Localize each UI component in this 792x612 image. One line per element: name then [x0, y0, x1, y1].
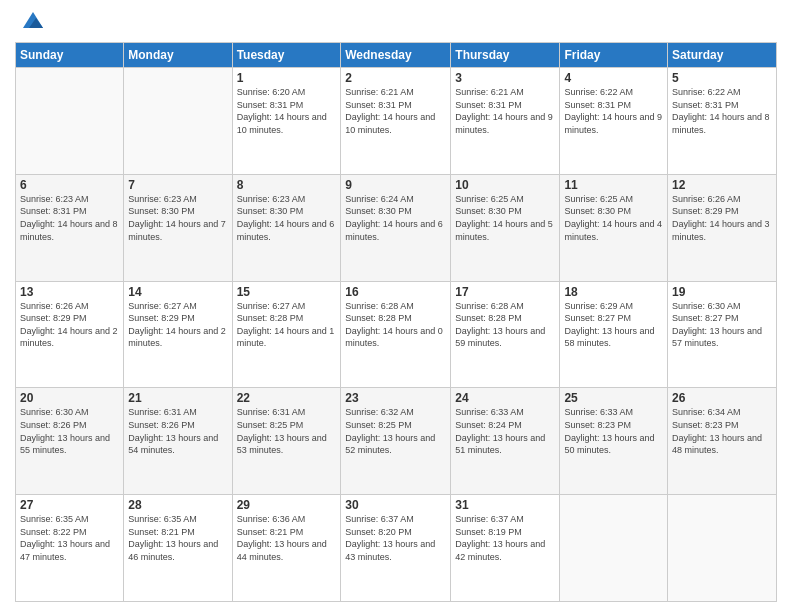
- calendar-week-3: 20Sunrise: 6:30 AM Sunset: 8:26 PM Dayli…: [16, 388, 777, 495]
- day-number: 28: [128, 498, 227, 512]
- day-info: Sunrise: 6:22 AM Sunset: 8:31 PM Dayligh…: [672, 86, 772, 136]
- calendar-cell: 28Sunrise: 6:35 AM Sunset: 8:21 PM Dayli…: [124, 495, 232, 602]
- calendar-cell: [16, 68, 124, 175]
- day-number: 18: [564, 285, 663, 299]
- day-number: 8: [237, 178, 337, 192]
- weekday-header-tuesday: Tuesday: [232, 43, 341, 68]
- day-number: 5: [672, 71, 772, 85]
- day-number: 27: [20, 498, 119, 512]
- day-info: Sunrise: 6:20 AM Sunset: 8:31 PM Dayligh…: [237, 86, 337, 136]
- day-info: Sunrise: 6:27 AM Sunset: 8:29 PM Dayligh…: [128, 300, 227, 350]
- day-number: 10: [455, 178, 555, 192]
- day-number: 13: [20, 285, 119, 299]
- day-number: 30: [345, 498, 446, 512]
- day-info: Sunrise: 6:25 AM Sunset: 8:30 PM Dayligh…: [564, 193, 663, 243]
- calendar-cell: 30Sunrise: 6:37 AM Sunset: 8:20 PM Dayli…: [341, 495, 451, 602]
- day-number: 7: [128, 178, 227, 192]
- day-number: 2: [345, 71, 446, 85]
- day-number: 31: [455, 498, 555, 512]
- day-info: Sunrise: 6:37 AM Sunset: 8:19 PM Dayligh…: [455, 513, 555, 563]
- day-number: 29: [237, 498, 337, 512]
- day-info: Sunrise: 6:35 AM Sunset: 8:22 PM Dayligh…: [20, 513, 119, 563]
- calendar-cell: 12Sunrise: 6:26 AM Sunset: 8:29 PM Dayli…: [668, 174, 777, 281]
- header: [15, 10, 777, 34]
- calendar-cell: 2Sunrise: 6:21 AM Sunset: 8:31 PM Daylig…: [341, 68, 451, 175]
- logo: [15, 10, 47, 34]
- day-info: Sunrise: 6:23 AM Sunset: 8:30 PM Dayligh…: [237, 193, 337, 243]
- calendar-cell: 21Sunrise: 6:31 AM Sunset: 8:26 PM Dayli…: [124, 388, 232, 495]
- weekday-header-monday: Monday: [124, 43, 232, 68]
- day-info: Sunrise: 6:21 AM Sunset: 8:31 PM Dayligh…: [455, 86, 555, 136]
- calendar-cell: 5Sunrise: 6:22 AM Sunset: 8:31 PM Daylig…: [668, 68, 777, 175]
- calendar-cell: 23Sunrise: 6:32 AM Sunset: 8:25 PM Dayli…: [341, 388, 451, 495]
- calendar-cell: 14Sunrise: 6:27 AM Sunset: 8:29 PM Dayli…: [124, 281, 232, 388]
- calendar-cell: 1Sunrise: 6:20 AM Sunset: 8:31 PM Daylig…: [232, 68, 341, 175]
- calendar-cell: 20Sunrise: 6:30 AM Sunset: 8:26 PM Dayli…: [16, 388, 124, 495]
- weekday-header-thursday: Thursday: [451, 43, 560, 68]
- day-number: 16: [345, 285, 446, 299]
- day-info: Sunrise: 6:27 AM Sunset: 8:28 PM Dayligh…: [237, 300, 337, 350]
- day-number: 20: [20, 391, 119, 405]
- day-info: Sunrise: 6:35 AM Sunset: 8:21 PM Dayligh…: [128, 513, 227, 563]
- day-info: Sunrise: 6:36 AM Sunset: 8:21 PM Dayligh…: [237, 513, 337, 563]
- calendar-cell: 26Sunrise: 6:34 AM Sunset: 8:23 PM Dayli…: [668, 388, 777, 495]
- calendar-cell: 7Sunrise: 6:23 AM Sunset: 8:30 PM Daylig…: [124, 174, 232, 281]
- calendar-cell: 29Sunrise: 6:36 AM Sunset: 8:21 PM Dayli…: [232, 495, 341, 602]
- day-info: Sunrise: 6:26 AM Sunset: 8:29 PM Dayligh…: [20, 300, 119, 350]
- day-info: Sunrise: 6:30 AM Sunset: 8:27 PM Dayligh…: [672, 300, 772, 350]
- logo-icon: [19, 6, 47, 34]
- calendar-cell: 9Sunrise: 6:24 AM Sunset: 8:30 PM Daylig…: [341, 174, 451, 281]
- calendar-cell: 15Sunrise: 6:27 AM Sunset: 8:28 PM Dayli…: [232, 281, 341, 388]
- calendar-cell: 11Sunrise: 6:25 AM Sunset: 8:30 PM Dayli…: [560, 174, 668, 281]
- day-info: Sunrise: 6:23 AM Sunset: 8:30 PM Dayligh…: [128, 193, 227, 243]
- day-number: 15: [237, 285, 337, 299]
- calendar-cell: 24Sunrise: 6:33 AM Sunset: 8:24 PM Dayli…: [451, 388, 560, 495]
- calendar-cell: 17Sunrise: 6:28 AM Sunset: 8:28 PM Dayli…: [451, 281, 560, 388]
- calendar: SundayMondayTuesdayWednesdayThursdayFrid…: [15, 42, 777, 602]
- day-number: 3: [455, 71, 555, 85]
- calendar-cell: 10Sunrise: 6:25 AM Sunset: 8:30 PM Dayli…: [451, 174, 560, 281]
- calendar-cell: [668, 495, 777, 602]
- day-number: 24: [455, 391, 555, 405]
- calendar-cell: 19Sunrise: 6:30 AM Sunset: 8:27 PM Dayli…: [668, 281, 777, 388]
- page: SundayMondayTuesdayWednesdayThursdayFrid…: [0, 0, 792, 612]
- day-number: 9: [345, 178, 446, 192]
- day-number: 4: [564, 71, 663, 85]
- calendar-cell: 18Sunrise: 6:29 AM Sunset: 8:27 PM Dayli…: [560, 281, 668, 388]
- day-info: Sunrise: 6:33 AM Sunset: 8:23 PM Dayligh…: [564, 406, 663, 456]
- calendar-week-4: 27Sunrise: 6:35 AM Sunset: 8:22 PM Dayli…: [16, 495, 777, 602]
- calendar-cell: [560, 495, 668, 602]
- day-info: Sunrise: 6:34 AM Sunset: 8:23 PM Dayligh…: [672, 406, 772, 456]
- day-number: 25: [564, 391, 663, 405]
- day-info: Sunrise: 6:32 AM Sunset: 8:25 PM Dayligh…: [345, 406, 446, 456]
- calendar-cell: 31Sunrise: 6:37 AM Sunset: 8:19 PM Dayli…: [451, 495, 560, 602]
- calendar-cell: 6Sunrise: 6:23 AM Sunset: 8:31 PM Daylig…: [16, 174, 124, 281]
- day-info: Sunrise: 6:28 AM Sunset: 8:28 PM Dayligh…: [345, 300, 446, 350]
- day-info: Sunrise: 6:26 AM Sunset: 8:29 PM Dayligh…: [672, 193, 772, 243]
- day-number: 14: [128, 285, 227, 299]
- day-number: 19: [672, 285, 772, 299]
- day-info: Sunrise: 6:31 AM Sunset: 8:25 PM Dayligh…: [237, 406, 337, 456]
- day-number: 17: [455, 285, 555, 299]
- day-number: 1: [237, 71, 337, 85]
- day-number: 26: [672, 391, 772, 405]
- day-info: Sunrise: 6:24 AM Sunset: 8:30 PM Dayligh…: [345, 193, 446, 243]
- day-number: 23: [345, 391, 446, 405]
- day-number: 6: [20, 178, 119, 192]
- day-info: Sunrise: 6:22 AM Sunset: 8:31 PM Dayligh…: [564, 86, 663, 136]
- calendar-week-0: 1Sunrise: 6:20 AM Sunset: 8:31 PM Daylig…: [16, 68, 777, 175]
- day-number: 22: [237, 391, 337, 405]
- calendar-cell: 8Sunrise: 6:23 AM Sunset: 8:30 PM Daylig…: [232, 174, 341, 281]
- calendar-cell: 27Sunrise: 6:35 AM Sunset: 8:22 PM Dayli…: [16, 495, 124, 602]
- day-info: Sunrise: 6:25 AM Sunset: 8:30 PM Dayligh…: [455, 193, 555, 243]
- calendar-week-1: 6Sunrise: 6:23 AM Sunset: 8:31 PM Daylig…: [16, 174, 777, 281]
- weekday-header-sunday: Sunday: [16, 43, 124, 68]
- day-info: Sunrise: 6:31 AM Sunset: 8:26 PM Dayligh…: [128, 406, 227, 456]
- day-info: Sunrise: 6:33 AM Sunset: 8:24 PM Dayligh…: [455, 406, 555, 456]
- calendar-cell: 22Sunrise: 6:31 AM Sunset: 8:25 PM Dayli…: [232, 388, 341, 495]
- day-number: 12: [672, 178, 772, 192]
- day-number: 21: [128, 391, 227, 405]
- weekday-header-saturday: Saturday: [668, 43, 777, 68]
- weekday-header-wednesday: Wednesday: [341, 43, 451, 68]
- weekday-header-friday: Friday: [560, 43, 668, 68]
